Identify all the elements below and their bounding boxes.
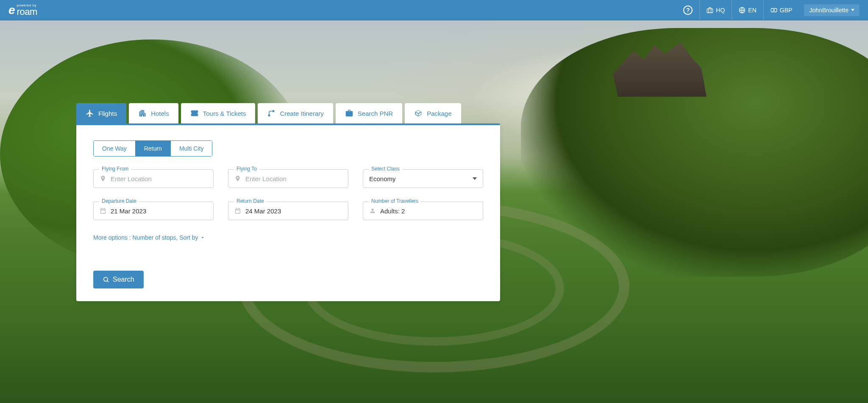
class-value: Economy bbox=[369, 175, 396, 182]
tab-hotels[interactable]: Hotels bbox=[129, 103, 178, 123]
user-name: JohnBrouillette bbox=[809, 7, 849, 14]
trip-type-one-way[interactable]: One Way bbox=[94, 141, 136, 156]
more-options-toggle[interactable]: More options : Number of stops, Sort by bbox=[93, 234, 206, 241]
svg-point-7 bbox=[104, 277, 108, 281]
tab-label: Tours & Tickets bbox=[203, 110, 246, 117]
airplane-icon bbox=[86, 109, 94, 118]
flying-to-input[interactable] bbox=[245, 175, 342, 182]
field-label: Select Class bbox=[369, 166, 402, 172]
location-pin-icon bbox=[234, 175, 241, 182]
tab-tours-tickets[interactable]: Tours & Tickets bbox=[181, 103, 256, 123]
globe-icon bbox=[739, 7, 746, 14]
svg-point-5 bbox=[268, 115, 270, 117]
select-class-field[interactable]: Select Class Economy bbox=[363, 169, 483, 188]
route-icon bbox=[267, 109, 275, 118]
tab-label: Search PNR bbox=[358, 110, 393, 117]
flying-from-input[interactable] bbox=[111, 175, 207, 182]
tab-package[interactable]: Package bbox=[405, 103, 461, 123]
flying-to-field: Flying To bbox=[228, 169, 348, 188]
svg-point-6 bbox=[273, 110, 275, 112]
help-icon: ? bbox=[683, 6, 693, 15]
search-button[interactable]: Search bbox=[93, 271, 144, 288]
language-label: EN bbox=[748, 7, 756, 14]
tab-label: Flights bbox=[98, 110, 117, 117]
trip-type-label: Return bbox=[144, 145, 162, 152]
currency-selector[interactable]: GBP bbox=[763, 0, 799, 20]
language-selector[interactable]: EN bbox=[732, 0, 763, 20]
field-label: Number of Travellers bbox=[369, 198, 421, 204]
user-menu[interactable]: JohnBrouillette bbox=[804, 4, 860, 16]
person-icon bbox=[369, 207, 376, 214]
currency-icon bbox=[771, 7, 777, 14]
tab-label: Create Itinerary bbox=[280, 110, 323, 117]
top-header: e powered by roam ? HQ EN GBP JohnBrouil… bbox=[0, 0, 868, 20]
location-pin-icon bbox=[100, 175, 106, 182]
chevron-down-icon bbox=[200, 235, 206, 241]
building-icon bbox=[138, 109, 147, 118]
chevron-down-icon bbox=[473, 177, 477, 180]
ticket-icon bbox=[190, 109, 199, 118]
field-label: Flying To bbox=[234, 166, 259, 172]
return-date-field[interactable]: Return Date 24 Mar 2023 bbox=[228, 202, 348, 220]
logo-brand-text: roam bbox=[17, 7, 37, 17]
tab-flights[interactable]: Flights bbox=[76, 103, 126, 123]
help-button[interactable]: ? bbox=[676, 0, 699, 20]
calendar-icon bbox=[234, 207, 241, 214]
field-label: Departure Date bbox=[99, 198, 139, 204]
travellers-value: Adults: 2 bbox=[380, 207, 405, 215]
travellers-field[interactable]: Number of Travellers Adults: 2 bbox=[363, 202, 483, 220]
tab-label: Package bbox=[427, 110, 451, 117]
svg-rect-0 bbox=[707, 8, 713, 12]
field-label: Return Date bbox=[234, 198, 267, 204]
briefcase-icon bbox=[707, 7, 713, 14]
hq-link[interactable]: HQ bbox=[699, 0, 732, 20]
trip-type-label: Multi City bbox=[179, 145, 204, 152]
more-options-label: More options : Number of stops, Sort by bbox=[93, 234, 198, 241]
hq-label: HQ bbox=[716, 7, 725, 14]
chevron-down-icon bbox=[851, 9, 854, 11]
trip-type-label: One Way bbox=[102, 145, 127, 152]
logo-icon: e bbox=[8, 4, 15, 16]
trip-type-multi-city[interactable]: Multi City bbox=[171, 141, 212, 156]
search-label: Search bbox=[113, 276, 134, 283]
return-date-value: 24 Mar 2023 bbox=[245, 207, 281, 215]
tab-label: Hotels bbox=[151, 110, 169, 117]
tab-search-pnr[interactable]: Search PNR bbox=[336, 103, 402, 123]
departure-date-field[interactable]: Departure Date 21 Mar 2023 bbox=[93, 202, 214, 220]
calendar-icon bbox=[100, 207, 106, 214]
field-label: Flying From bbox=[99, 166, 131, 172]
box-icon bbox=[414, 109, 423, 118]
trip-type-selector: One Way Return Multi City bbox=[93, 140, 212, 157]
tab-create-itinerary[interactable]: Create Itinerary bbox=[258, 103, 333, 123]
search-panel: One Way Return Multi City Flying From Fl… bbox=[76, 123, 500, 301]
svg-line-8 bbox=[107, 281, 108, 282]
brand-logo[interactable]: e powered by roam bbox=[8, 4, 37, 17]
svg-point-4 bbox=[773, 9, 774, 11]
departure-date-value: 21 Mar 2023 bbox=[111, 207, 146, 215]
pnr-icon bbox=[345, 109, 353, 118]
svg-rect-3 bbox=[771, 8, 776, 12]
search-icon bbox=[103, 276, 109, 283]
flying-from-field: Flying From bbox=[93, 169, 214, 188]
product-tabs: Flights Hotels Tours & Tickets Create It… bbox=[76, 103, 868, 123]
trip-type-return[interactable]: Return bbox=[136, 141, 171, 156]
currency-label: GBP bbox=[780, 7, 793, 14]
